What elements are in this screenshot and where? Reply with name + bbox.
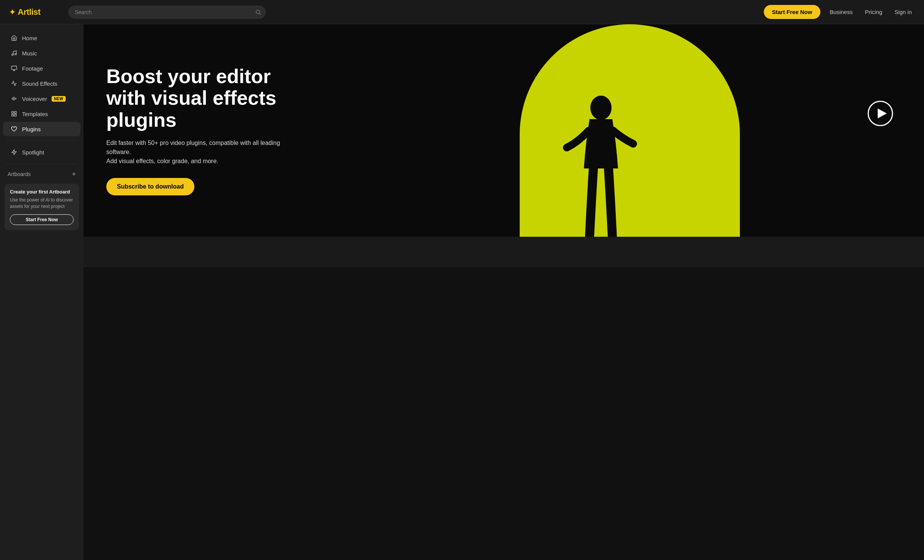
- main-layout: Home Music Footage: [0, 24, 924, 560]
- sidebar-item-home[interactable]: Home: [3, 31, 80, 45]
- sidebar-item-plugins[interactable]: Plugins: [3, 122, 80, 136]
- sidebar-item-templates[interactable]: Templates: [3, 107, 80, 121]
- topbar: ✦ Artlist Start Free Now Business Pricin…: [0, 0, 924, 24]
- logo[interactable]: ✦ Artlist: [9, 7, 55, 17]
- svg-point-15: [590, 96, 612, 120]
- pricing-link[interactable]: Pricing: [862, 7, 885, 17]
- hero-subtitle: Edit faster with 50+ pro video plugins, …: [106, 138, 289, 166]
- sidebar-label-voiceover: Voiceover: [22, 96, 47, 102]
- search-input[interactable]: [68, 6, 266, 19]
- logo-icon: ✦: [9, 8, 16, 17]
- hero-overlay: Boost your editor with visual effects pl…: [84, 24, 546, 237]
- svg-marker-17: [878, 109, 887, 118]
- svg-rect-13: [14, 114, 16, 116]
- svg-rect-12: [12, 114, 14, 116]
- sidebar-label-footage: Footage: [22, 65, 43, 72]
- sidebar-label-home: Home: [22, 35, 37, 41]
- search-icon: [255, 9, 261, 15]
- sidebar-divider: [6, 140, 77, 141]
- sidebar-divider-2: [6, 164, 77, 164]
- templates-icon: [11, 110, 17, 117]
- start-free-button[interactable]: Start Free Now: [764, 5, 821, 19]
- artboard-card: Create your first Artboard Use the power…: [5, 184, 79, 230]
- play-cursor-icon: [867, 100, 894, 127]
- person-silhouette: [559, 93, 643, 237]
- bottom-strip: [84, 237, 924, 267]
- logo-text: Artlist: [18, 7, 41, 17]
- footage-icon: [11, 65, 17, 72]
- artboard-start-free-button[interactable]: Start Free Now: [10, 214, 74, 225]
- sound-icon: [11, 80, 17, 87]
- main-content: Boost your editor with visual effects pl…: [84, 24, 924, 560]
- spotlight-icon: [11, 149, 17, 156]
- sidebar-label-spotlight: Spotlight: [22, 149, 44, 156]
- new-badge: NEW: [52, 96, 66, 102]
- sidebar-label-sound-effects: Sound Effects: [22, 80, 57, 87]
- artboard-card-title: Create your first Artboard: [10, 189, 74, 195]
- svg-line-1: [259, 13, 260, 14]
- svg-point-0: [256, 10, 260, 13]
- svg-point-3: [15, 53, 16, 55]
- sidebar-item-footage[interactable]: Footage: [3, 61, 80, 76]
- artboards-add-button[interactable]: +: [72, 171, 76, 178]
- svg-rect-11: [14, 112, 16, 113]
- hero-title: Boost your editor with visual effects pl…: [106, 66, 304, 131]
- sidebar-item-music[interactable]: Music: [3, 46, 80, 60]
- music-icon: [11, 50, 17, 57]
- svg-rect-4: [11, 66, 16, 69]
- artboard-card-desc: Use the power of AI to discover assets f…: [10, 197, 74, 210]
- hero-section: Boost your editor with visual effects pl…: [84, 24, 924, 237]
- signin-link[interactable]: Sign in: [891, 7, 915, 17]
- voiceover-icon: [11, 95, 17, 102]
- sidebar-item-spotlight[interactable]: Spotlight: [3, 145, 80, 159]
- search-bar: [68, 6, 266, 19]
- artboards-header: Artboards +: [0, 168, 84, 181]
- home-icon: [11, 35, 17, 41]
- svg-marker-14: [12, 149, 16, 154]
- sidebar-item-voiceover[interactable]: Voiceover NEW: [3, 91, 80, 106]
- sidebar-label-music: Music: [22, 50, 37, 57]
- svg-rect-10: [12, 112, 14, 113]
- sidebar-item-sound-effects[interactable]: Sound Effects: [3, 76, 80, 91]
- sidebar-label-plugins: Plugins: [22, 126, 41, 132]
- sidebar: Home Music Footage: [0, 24, 84, 560]
- plugins-icon: [11, 126, 17, 132]
- subscribe-button[interactable]: Subscribe to download: [106, 178, 194, 195]
- svg-point-2: [12, 54, 13, 55]
- sidebar-label-templates: Templates: [22, 111, 48, 117]
- business-link[interactable]: Business: [826, 7, 856, 17]
- artboards-label: Artboards: [8, 171, 31, 177]
